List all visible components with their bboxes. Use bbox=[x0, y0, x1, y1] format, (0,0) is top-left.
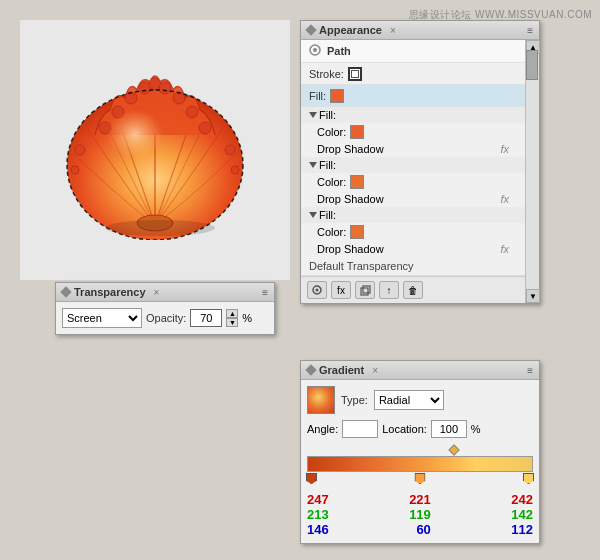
fill-main-row: Fill: bbox=[301, 85, 525, 107]
default-transparency-row: Default Transparency bbox=[301, 257, 525, 276]
svg-point-8 bbox=[186, 106, 198, 118]
svg-point-10 bbox=[75, 145, 85, 155]
canvas-area bbox=[20, 20, 290, 280]
transparency-panel-icon bbox=[60, 286, 71, 297]
fill-color-2: Color: bbox=[301, 173, 525, 191]
opacity-label: Opacity: bbox=[146, 312, 186, 324]
gradient-titlebar: Gradient × ≡ bbox=[301, 361, 539, 380]
svg-point-12 bbox=[71, 166, 79, 174]
stroke-row: Stroke: bbox=[301, 63, 525, 85]
fill-triangle-1 bbox=[309, 112, 317, 118]
stroke-swatch[interactable] bbox=[348, 67, 362, 81]
transparency-panel: Transparency × ≡ Screen Normal Multiply … bbox=[55, 282, 275, 335]
gradient-panel-close-x: × bbox=[372, 365, 378, 376]
color-right2-g: 142 bbox=[511, 507, 533, 522]
transparency-row: Screen Normal Multiply Overlay Opacity: … bbox=[62, 308, 268, 328]
gradient-type-row: Type: Radial Linear bbox=[307, 386, 533, 414]
fx-btn[interactable]: fx bbox=[331, 281, 351, 299]
angle-label: Angle: bbox=[307, 423, 338, 435]
opacity-input[interactable] bbox=[190, 309, 222, 327]
shell-container bbox=[55, 60, 255, 240]
svg-point-3 bbox=[125, 92, 137, 104]
appearance-panel-close-x: × bbox=[390, 25, 396, 36]
color-values-row: 247 213 146 221 119 60 242 142 112 bbox=[307, 492, 533, 537]
color-right-b: 60 bbox=[416, 522, 430, 537]
svg-point-11 bbox=[225, 145, 235, 155]
dropshadow-row-1: Drop Shadow fx bbox=[301, 141, 525, 157]
transparency-menu-btn[interactable]: ≡ bbox=[262, 287, 268, 298]
color-right2-r: 242 bbox=[511, 492, 533, 507]
fill-color-swatch-2[interactable] bbox=[350, 175, 364, 189]
delete-btn[interactable]: 🗑 bbox=[403, 281, 423, 299]
fill-label-3: Fill: bbox=[319, 209, 336, 221]
scroll-thumb[interactable] bbox=[526, 50, 538, 80]
opacity-down-arrow[interactable]: ▼ bbox=[226, 318, 238, 327]
fill-color-swatch-3[interactable] bbox=[350, 225, 364, 239]
svg-point-14 bbox=[100, 110, 170, 170]
blend-mode-select[interactable]: Screen Normal Multiply Overlay bbox=[62, 308, 142, 328]
location-input[interactable] bbox=[431, 420, 467, 438]
fill-header-2: Fill: bbox=[301, 157, 525, 173]
transparency-panel-title: Transparency bbox=[74, 286, 146, 298]
gradient-bar[interactable] bbox=[307, 456, 533, 472]
dropshadow-label-1: Drop Shadow bbox=[317, 143, 384, 155]
fill-header-1: Fill: bbox=[301, 107, 525, 123]
fill-color-3: Color: bbox=[301, 223, 525, 241]
gradient-stop-markers bbox=[307, 472, 533, 486]
fill-color-label-1: Color: bbox=[317, 126, 346, 138]
appearance-body: ▲ ▼ Path Stroke: Fill: bbox=[301, 40, 539, 303]
opacity-percent: % bbox=[242, 312, 252, 324]
fill-header-3: Fill: bbox=[301, 207, 525, 223]
gradient-stop-left[interactable] bbox=[306, 473, 317, 484]
stroke-label: Stroke: bbox=[309, 68, 344, 80]
appearance-scrollbar[interactable]: ▲ ▼ bbox=[525, 40, 539, 303]
color-right-r: 221 bbox=[409, 492, 431, 507]
svg-point-19 bbox=[313, 48, 317, 52]
fill-main-swatch[interactable] bbox=[330, 89, 344, 103]
color-left-r: 247 bbox=[307, 492, 329, 507]
gradient-panel: Gradient × ≡ Type: Radial Linear Angle: … bbox=[300, 360, 540, 544]
fx-label-2: fx bbox=[500, 193, 509, 205]
color-values-right2: 242 142 112 bbox=[511, 492, 533, 537]
location-percent: % bbox=[471, 423, 481, 435]
dropshadow-row-3: Drop Shadow fx bbox=[301, 241, 525, 257]
gradient-win-controls: ≡ bbox=[527, 365, 533, 376]
transparency-titlebar: Transparency × ≡ bbox=[56, 283, 274, 302]
color-values-right: 221 119 60 bbox=[409, 492, 431, 537]
appearance-panel: Appearance × ≡ ▲ ▼ Path Stroke: bbox=[300, 20, 540, 304]
gradient-bar-wrapper bbox=[307, 444, 533, 486]
gradient-menu-btn[interactable]: ≡ bbox=[527, 365, 533, 376]
type-select[interactable]: Radial Linear bbox=[374, 390, 444, 410]
svg-point-13 bbox=[231, 166, 239, 174]
transparency-panel-close-x: × bbox=[154, 287, 160, 298]
color-left-b: 146 bbox=[307, 522, 329, 537]
fill-color-label-3: Color: bbox=[317, 226, 346, 238]
opacity-arrows: ▲ ▼ bbox=[226, 309, 238, 327]
fill-color-swatch-1[interactable] bbox=[350, 125, 364, 139]
move-up-btn[interactable]: ↑ bbox=[379, 281, 399, 299]
fx-label-3: fx bbox=[500, 243, 509, 255]
path-icon bbox=[309, 44, 321, 58]
color-left-g: 213 bbox=[307, 507, 329, 522]
angle-input[interactable] bbox=[342, 420, 378, 438]
fill-label-1: Fill: bbox=[319, 109, 336, 121]
color-values-left: 247 213 146 bbox=[307, 492, 329, 537]
scroll-down-arrow[interactable]: ▼ bbox=[526, 289, 540, 303]
dropshadow-label-3: Drop Shadow bbox=[317, 243, 384, 255]
opacity-up-arrow[interactable]: ▲ bbox=[226, 309, 238, 318]
path-label: Path bbox=[327, 45, 351, 57]
fill-main-label: Fill: bbox=[309, 90, 326, 102]
gradient-midpoint-diamond[interactable] bbox=[448, 444, 459, 455]
duplicate-btn[interactable] bbox=[355, 281, 375, 299]
shell-svg bbox=[55, 60, 255, 240]
color-right2-b: 112 bbox=[511, 522, 533, 537]
appearance-menu-btn[interactable]: ≡ bbox=[527, 25, 533, 36]
fill-triangle-2 bbox=[309, 162, 317, 168]
visibility-btn[interactable] bbox=[307, 281, 327, 299]
appearance-panel-icon bbox=[305, 24, 316, 35]
gradient-stop-mid[interactable] bbox=[415, 473, 426, 484]
location-label: Location: bbox=[382, 423, 427, 435]
dropshadow-row-2: Drop Shadow fx bbox=[301, 191, 525, 207]
fill-color-label-2: Color: bbox=[317, 176, 346, 188]
gradient-stop-right[interactable] bbox=[523, 473, 534, 484]
